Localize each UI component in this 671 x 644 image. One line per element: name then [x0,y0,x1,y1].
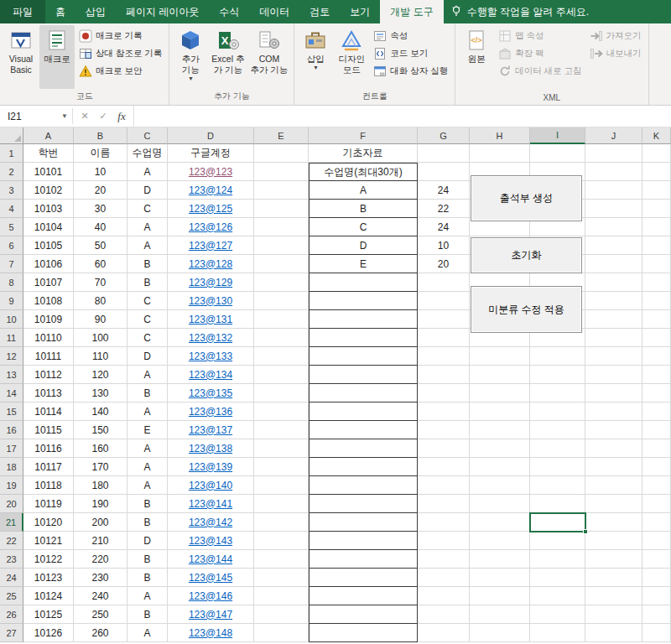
cell-d18[interactable]: 123@139 [168,458,254,476]
row-header-5[interactable]: 5 [0,218,23,236]
cell-g26[interactable] [418,605,470,624]
cell-a14[interactable]: 10113 [23,384,74,402]
row-header-13[interactable]: 13 [0,366,23,384]
cell-b17[interactable]: 160 [74,439,127,458]
cell-j9[interactable] [585,292,642,310]
cell-b7[interactable]: 60 [74,255,127,273]
cell-g21[interactable] [418,513,470,532]
cell-e14[interactable] [254,384,309,402]
google-account-hyperlink[interactable]: 123@139 [189,461,232,473]
cell-b13[interactable]: 120 [74,366,127,384]
cell-j26[interactable] [585,605,642,624]
column-header-c[interactable]: C [127,127,168,144]
cell-k25[interactable] [642,587,671,605]
cell-k11[interactable] [642,329,671,347]
cell-c13[interactable]: A [127,366,168,384]
cell-f15[interactable] [309,402,418,421]
cell-a19[interactable]: 10118 [23,476,74,495]
cell-a4[interactable]: 10103 [23,200,74,218]
cell-d23[interactable]: 123@144 [168,550,254,569]
cell-d7[interactable]: 123@128 [168,255,254,273]
row-header-3[interactable]: 3 [0,181,23,200]
cell-j18[interactable] [585,458,642,476]
google-account-hyperlink[interactable]: 123@129 [189,277,232,288]
cell-a11[interactable]: 10110 [23,329,74,347]
cell-b14[interactable]: 130 [74,384,127,402]
google-account-hyperlink[interactable]: 123@146 [189,590,232,602]
row-header-17[interactable]: 17 [0,439,23,458]
cell-e1[interactable] [254,144,309,163]
cell-h19[interactable] [470,476,530,495]
cell-c8[interactable]: B [127,273,168,292]
cell-e20[interactable] [254,495,309,513]
cell-e4[interactable] [254,200,309,218]
xml-source-button[interactable]: </>원본 [459,25,494,89]
cell-f6[interactable]: D [309,236,418,255]
cell-g22[interactable] [418,532,470,550]
cell-c26[interactable]: B [127,605,168,624]
cell-d6[interactable]: 123@127 [168,236,254,255]
row-header-7[interactable]: 7 [0,255,23,273]
cell-g3[interactable]: 24 [418,181,470,200]
cell-d19[interactable]: 123@140 [168,476,254,495]
cell-d9[interactable]: 123@130 [168,292,254,310]
cell-e19[interactable] [254,476,309,495]
cell-j4[interactable] [585,200,642,218]
google-account-hyperlink[interactable]: 123@130 [189,295,232,307]
ribbon-tab-file[interactable]: 파일 [0,0,45,23]
cell-a2[interactable]: 10101 [23,163,74,181]
cell-k12[interactable] [642,347,671,366]
ribbon-tab-home[interactable]: 홈 [45,0,75,23]
google-account-hyperlink[interactable]: 123@140 [189,480,232,491]
cell-h17[interactable] [470,439,530,458]
ribbon-tab-insert[interactable]: 삽입 [75,0,116,23]
cell-f22[interactable] [309,532,418,550]
macro-security-button[interactable]: 매크로 보안 [75,64,165,79]
cell-i1[interactable] [530,144,585,163]
cell-a26[interactable]: 10125 [23,605,74,624]
cell-k4[interactable] [642,200,671,218]
cell-b22[interactable]: 210 [74,532,127,550]
cell-g11[interactable] [418,329,470,347]
row-header-23[interactable]: 23 [0,550,23,569]
cell-d3[interactable]: 123@124 [168,181,254,200]
cell-b25[interactable]: 240 [74,587,127,605]
cell-j17[interactable] [585,439,642,458]
cell-a12[interactable]: 10111 [23,347,74,366]
cell-g4[interactable]: 22 [418,200,470,218]
row-header-14[interactable]: 14 [0,384,23,402]
cell-j11[interactable] [585,329,642,347]
google-account-hyperlink[interactable]: 123@144 [189,553,232,565]
cell-b16[interactable]: 150 [74,421,127,439]
cell-c20[interactable]: B [127,495,168,513]
cell-k2[interactable] [642,163,671,181]
insert-controls-button[interactable]: 삽입▼ [298,25,333,89]
cell-k22[interactable] [642,532,671,550]
google-account-hyperlink[interactable]: 123@148 [189,627,232,639]
cell-k17[interactable] [642,439,671,458]
cell-e25[interactable] [254,587,309,605]
cell-b21[interactable]: 200 [74,513,127,532]
cell-j24[interactable] [585,569,642,587]
google-account-hyperlink[interactable]: 123@137 [189,424,232,436]
cell-b4[interactable]: 30 [74,200,127,218]
cell-h22[interactable] [470,532,530,550]
cell-j14[interactable] [585,384,642,402]
cell-c21[interactable]: B [127,513,168,532]
cell-e22[interactable] [254,532,309,550]
cell-d13[interactable]: 123@134 [168,366,254,384]
cell-b11[interactable]: 100 [74,329,127,347]
cell-i16[interactable] [530,421,585,439]
cell-d26[interactable]: 123@147 [168,605,254,624]
row-header-19[interactable]: 19 [0,476,23,495]
google-account-hyperlink[interactable]: 123@135 [189,387,232,399]
row-header-10[interactable]: 10 [0,310,23,329]
cell-j1[interactable] [585,144,642,163]
cell-k20[interactable] [642,495,671,513]
ribbon-tab-data[interactable]: 데이터 [249,0,299,23]
cell-b8[interactable]: 70 [74,273,127,292]
cell-a20[interactable]: 10119 [23,495,74,513]
macros-button[interactable]: 매크로 [39,25,75,89]
cell-f26[interactable] [309,605,418,624]
row-header-22[interactable]: 22 [0,532,23,550]
